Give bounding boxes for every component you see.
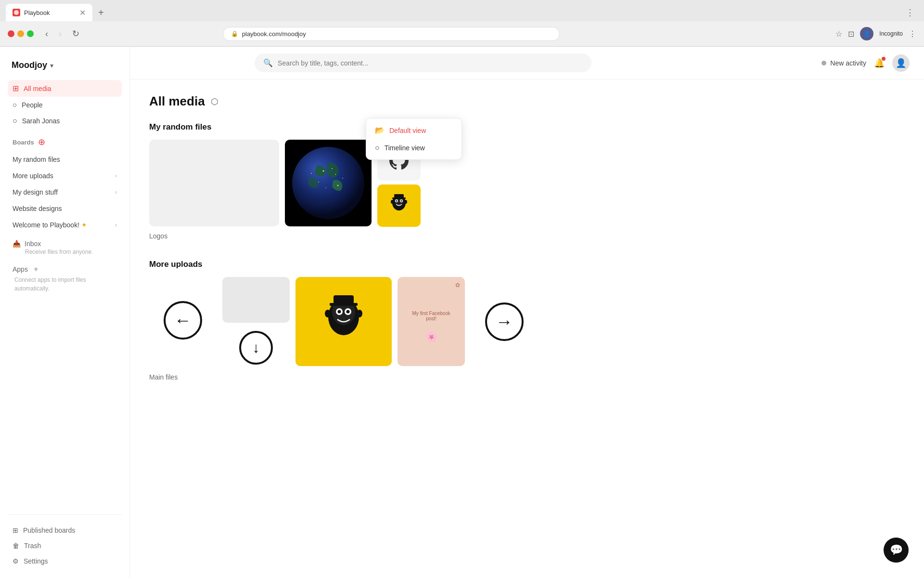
minimize-window-button[interactable] xyxy=(17,30,24,37)
inbox-text: Inbox xyxy=(25,240,41,248)
search-icon: 🔍 xyxy=(263,58,273,67)
inbox-section: 📥 Inbox Receive files from anyone. xyxy=(8,234,122,257)
board-item-website-designs[interactable]: Website designs xyxy=(8,201,122,216)
inbox-sublabel: Receive files from anyone. xyxy=(13,249,117,255)
sidebar-header: Moodjoy ▾ xyxy=(8,56,122,78)
apps-label[interactable]: Apps + xyxy=(13,265,117,274)
new-activity-button[interactable]: New activity xyxy=(821,59,866,67)
inbox-icon: 📥 xyxy=(13,240,21,248)
logos-subsection-label: Logos xyxy=(149,232,905,240)
board-item-more-uploads[interactable]: More uploads › xyxy=(8,169,122,183)
settings-icon: ⚙ xyxy=(13,557,19,565)
apps-section: Apps + Connect apps to import files auto… xyxy=(8,259,122,295)
new-activity-label: New activity xyxy=(830,59,866,67)
boards-label: Boards xyxy=(13,139,34,146)
main-files-label: Main files xyxy=(149,373,178,381)
lock-icon: 🔒 xyxy=(231,30,238,37)
page-title-row: All media ⬡ xyxy=(149,94,905,109)
svg-point-4 xyxy=(332,168,333,169)
forward-arrow-icon: → xyxy=(485,302,524,341)
section-title-my-random-files: My random files xyxy=(149,122,905,132)
maximize-window-button[interactable] xyxy=(27,30,34,37)
search-bar[interactable]: 🔍 xyxy=(255,53,591,72)
sidebar: Moodjoy ▾ ⊞ All media ○ People ○ Sarah J… xyxy=(0,47,130,578)
social-post-text: My first Facebook post! xyxy=(402,301,460,331)
media-card-blank-1[interactable] xyxy=(149,140,279,226)
url-bar[interactable]: 🔒 playbook.com/moodjoy xyxy=(223,27,560,41)
extensions-button[interactable]: ⊡ xyxy=(848,29,854,39)
media-card-mailchimp-small[interactable] xyxy=(377,184,421,227)
forward-button[interactable]: › xyxy=(56,27,64,41)
settings-label: Settings xyxy=(24,557,48,565)
logos-media-grid xyxy=(149,140,905,227)
apps-text: Apps xyxy=(13,265,28,273)
grid-icon: ⊞ xyxy=(13,84,19,93)
add-app-button[interactable]: + xyxy=(34,265,38,274)
svg-point-7 xyxy=(337,185,339,186)
sidebar-item-all-media[interactable]: ⊞ All media xyxy=(8,80,122,97)
board-item-welcome-to-playbook[interactable]: Welcome to Playbook! ✦ › xyxy=(8,218,122,232)
mailchimp-icon xyxy=(385,192,412,219)
chevron-right-icon: › xyxy=(115,189,117,196)
svg-point-17 xyxy=(391,200,394,204)
media-card-social-post[interactable]: ✿ My first Facebook post! 🌸 xyxy=(398,277,465,366)
svg-point-27 xyxy=(325,310,331,317)
media-card-download[interactable]: ↓ xyxy=(222,328,290,367)
svg-point-10 xyxy=(342,178,343,179)
media-card-forward-arrow[interactable]: → xyxy=(471,277,538,366)
refresh-button[interactable]: ↻ xyxy=(69,26,82,41)
board-item-my-design-stuff[interactable]: My design stuff › xyxy=(8,185,122,199)
sidebar-footer: ⊞ Published boards 🗑 Trash ⚙ Settings xyxy=(8,514,122,569)
chat-button[interactable]: 💬 xyxy=(884,538,909,563)
view-dropdown: 📂 Default view ○ Timeline view xyxy=(366,118,462,160)
logos-label: Logos xyxy=(149,232,167,240)
trash-label: Trash xyxy=(24,542,41,550)
board-label-more-uploads: More uploads xyxy=(13,172,53,180)
footer-item-trash[interactable]: 🗑 Trash xyxy=(8,538,122,553)
svg-point-5 xyxy=(335,174,336,175)
media-card-back-arrow[interactable]: ← xyxy=(149,277,217,364)
tab-expand-button[interactable]: ⋮ xyxy=(902,5,918,20)
tab-close-button[interactable]: ✕ xyxy=(79,8,86,17)
svg-point-3 xyxy=(323,171,324,172)
browser-menu-button[interactable]: ⋮ xyxy=(909,29,916,39)
footer-item-settings[interactable]: ⚙ Settings xyxy=(8,553,122,569)
bookmark-button[interactable]: ☆ xyxy=(835,29,842,39)
sidebar-item-people[interactable]: ○ People xyxy=(8,97,122,113)
clock-icon: ○ xyxy=(375,144,380,152)
share-icon[interactable]: ⬡ xyxy=(211,96,218,107)
svg-point-2 xyxy=(292,147,364,219)
mailchimp-large-icon xyxy=(312,290,375,353)
back-button[interactable]: ‹ xyxy=(42,27,51,41)
new-tab-button[interactable]: + xyxy=(94,5,108,20)
footer-item-published-boards[interactable]: ⊞ Published boards xyxy=(8,523,122,538)
board-label-welcome: Welcome to Playbook! xyxy=(13,221,79,229)
inbox-label[interactable]: 📥 Inbox xyxy=(13,240,117,248)
add-board-button[interactable]: ⊕ xyxy=(38,137,45,147)
svg-point-6 xyxy=(318,182,319,183)
media-card-mailchimp-large[interactable] xyxy=(295,277,392,366)
sidebar-label-sarah-jonas: Sarah Jonas xyxy=(22,117,60,125)
activity-indicator xyxy=(821,61,826,66)
svg-rect-19 xyxy=(394,194,404,198)
media-card-blank-2[interactable] xyxy=(222,277,290,323)
user-avatar-button[interactable]: 👤 xyxy=(892,54,910,72)
board-item-my-random-files[interactable]: My random files xyxy=(8,152,122,167)
profile-button[interactable]: 👤 xyxy=(860,27,873,40)
browser-tab[interactable]: Playbook ✕ xyxy=(6,4,92,21)
avatar-icon: 👤 xyxy=(896,58,906,68)
media-card-earth[interactable] xyxy=(285,140,372,226)
default-view-label: Default view xyxy=(389,127,426,134)
sidebar-item-sarah-jonas[interactable]: ○ Sarah Jonas xyxy=(8,113,122,129)
svg-point-15 xyxy=(396,200,398,202)
search-input[interactable] xyxy=(278,59,583,67)
board-label-website-designs: Website designs xyxy=(13,205,62,212)
main-files-subsection: Main files xyxy=(149,373,905,381)
logo-dropdown-icon[interactable]: ▾ xyxy=(50,62,53,69)
svg-point-0 xyxy=(14,10,19,15)
boards-section-header: Boards ⊕ xyxy=(8,131,122,150)
view-option-timeline[interactable]: ○ Timeline view xyxy=(369,139,459,157)
view-option-default[interactable]: 📂 Default view xyxy=(369,121,459,139)
close-window-button[interactable] xyxy=(8,30,14,37)
notifications-button[interactable]: 🔔 xyxy=(874,58,885,68)
